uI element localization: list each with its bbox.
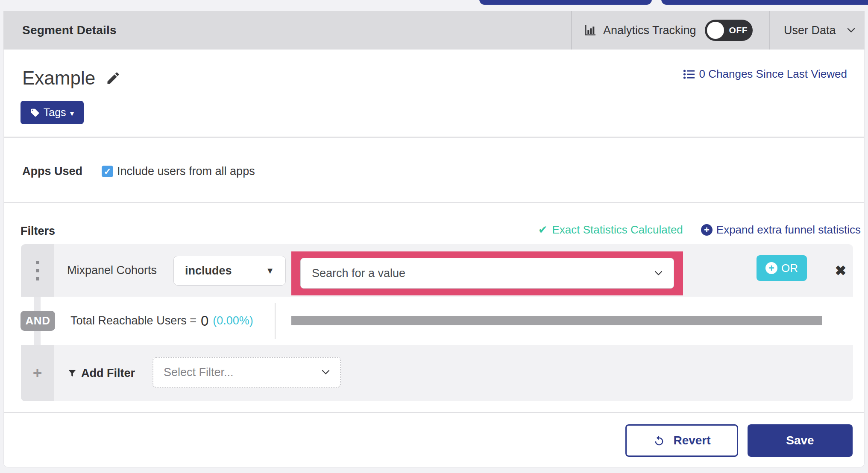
revert-button-label: Revert <box>673 434 710 447</box>
add-filter-label: Add Filter <box>81 367 135 380</box>
operator-value: includes <box>185 264 266 277</box>
filter-row-mixpanel-cohorts: Mixpanel Cohorts includes ▼ Search for a… <box>21 244 853 297</box>
remove-filter-close-icon[interactable]: ✖ <box>826 244 856 297</box>
segment-details-header: Segment Details Analytics Tracking OFF U… <box>3 11 865 50</box>
exact-statistics-label: Exact Statistics Calculated <box>552 223 683 236</box>
apps-used-row: Apps Used ✓ Include users from all apps <box>22 165 255 178</box>
exact-statistics-status: ✔ Exact Statistics Calculated <box>538 223 683 236</box>
plus-circle-icon: + <box>701 224 713 236</box>
revert-button[interactable]: Revert <box>625 424 738 457</box>
toggle-state-label: OFF <box>729 20 748 41</box>
funnel-icon <box>67 368 77 378</box>
header-divider <box>769 11 770 50</box>
or-button-label: OR <box>781 262 798 275</box>
segment-details-page: Segment Details Analytics Tracking OFF U… <box>0 0 868 473</box>
save-button-label: Save <box>786 434 814 447</box>
add-or-condition-button[interactable]: + OR <box>757 255 807 281</box>
plus-circle-icon: + <box>765 262 777 274</box>
reachable-value: 0 <box>201 313 208 329</box>
filters-status-links: ✔ Exact Statistics Calculated + Expand e… <box>538 223 861 236</box>
changes-since-last-viewed-link[interactable]: 0 Changes Since Last Viewed <box>683 67 847 81</box>
expand-funnel-statistics-label: Expand extra funnel statistics <box>716 223 861 236</box>
reachable-users-row: AND Total Reachable Users = 0 (0.00%) <box>21 297 853 345</box>
analytics-tracking-section: Analytics Tracking OFF <box>584 11 753 50</box>
user-data-label: User Data <box>784 24 836 37</box>
analytics-tracking-toggle[interactable]: OFF <box>705 20 753 41</box>
select-filter-placeholder: Select Filter... <box>164 366 322 379</box>
add-filter-plus-cell[interactable]: + <box>21 345 54 401</box>
section-divider <box>4 202 864 203</box>
plus-icon: + <box>33 364 42 382</box>
tags-button[interactable]: Tags ▾ <box>21 101 84 124</box>
drag-grip-icon[interactable] <box>36 261 39 280</box>
caret-down-icon: ▾ <box>70 108 74 117</box>
tags-button-label: Tags <box>44 106 66 119</box>
value-search-select[interactable]: Search for a value <box>300 258 674 289</box>
reachable-percent: (0.00%) <box>213 314 253 327</box>
filter-rows: Mixpanel Cohorts includes ▼ Search for a… <box>21 244 853 401</box>
top-cutoff-button-2[interactable] <box>661 0 868 5</box>
reachable-label: Total Reachable Users = <box>70 314 196 327</box>
footer-divider <box>4 412 864 413</box>
include-all-apps-label: Include users from all apps <box>117 165 255 178</box>
header-divider <box>571 11 572 50</box>
bar-chart-icon <box>584 23 597 37</box>
include-all-apps-checkbox[interactable]: ✓ <box>102 166 113 177</box>
operator-select[interactable]: includes ▼ <box>173 256 286 286</box>
page-title: Segment Details <box>22 11 117 50</box>
total-reachable-users: Total Reachable Users = 0 (0.00%) <box>70 297 253 345</box>
drag-handle-column <box>21 244 54 297</box>
add-filter-row: + Add Filter Select Filter... <box>21 345 853 401</box>
and-badge: AND <box>21 311 55 331</box>
segment-name: Example <box>22 67 95 89</box>
user-data-dropdown[interactable]: User Data <box>784 11 855 50</box>
segment-title-row: Example <box>22 67 121 89</box>
change-list-icon <box>683 69 695 80</box>
changes-link-label: 0 Changes Since Last Viewed <box>699 67 847 81</box>
vertical-divider <box>275 303 276 339</box>
reachable-users-bar <box>291 316 822 325</box>
select-filter-dropdown[interactable]: Select Filter... <box>152 357 341 388</box>
toggle-knob <box>707 22 724 39</box>
add-filter-label-group: Add Filter <box>67 345 135 401</box>
check-icon: ✔ <box>538 223 548 236</box>
section-divider <box>4 137 864 138</box>
top-cutoff-button-1[interactable] <box>479 0 652 5</box>
edit-name-pencil-icon[interactable] <box>106 70 121 86</box>
expand-funnel-statistics-link[interactable]: + Expand extra funnel statistics <box>701 223 861 236</box>
analytics-tracking-label: Analytics Tracking <box>603 24 696 37</box>
apps-used-label: Apps Used <box>22 165 102 178</box>
checkmark-icon: ✓ <box>104 166 111 177</box>
save-button[interactable]: Save <box>748 424 853 457</box>
chevron-down-icon <box>322 370 330 375</box>
chevron-down-icon <box>847 28 855 33</box>
filter-field-name: Mixpanel Cohorts <box>67 244 157 297</box>
value-search-placeholder: Search for a value <box>312 267 654 280</box>
revert-undo-icon <box>653 434 666 447</box>
filters-heading: Filters <box>21 225 55 238</box>
chevron-down-icon <box>654 271 663 276</box>
annotation-highlight-box: Search for a value <box>291 251 683 295</box>
select-caret-icon: ▼ <box>266 266 274 276</box>
tag-icon <box>30 108 40 117</box>
segment-content-card: Example 0 Changes Since Last Viewed <box>3 50 865 467</box>
